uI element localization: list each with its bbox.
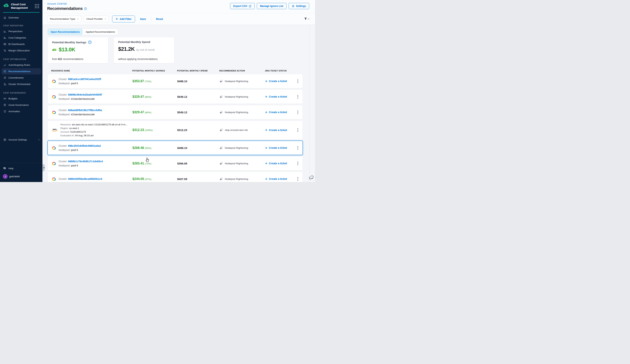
sidebar-item-bi-dashboards[interactable]: BI Dashboards bbox=[2, 41, 41, 47]
resource-link[interactable]: 6886e92f59a48cad86b5b1c6 bbox=[68, 178, 102, 180]
sidebar-footer: Help J jyoti.bisht bbox=[0, 163, 42, 182]
user-menu[interactable]: J jyoti.bisht bbox=[3, 174, 40, 179]
shapes-icon bbox=[3, 36, 6, 39]
savings-value: $353.87(72%) bbox=[132, 79, 177, 83]
clock-refresh-icon bbox=[3, 76, 6, 79]
row-menu-kebab-icon[interactable] bbox=[296, 176, 299, 182]
table-row[interactable]: Resource: arn:aws:rds:us-east-1:51161680… bbox=[48, 121, 303, 139]
table-row[interactable]: Cluster: 6881a3ccc887941a4ee202ff Nodepo… bbox=[48, 74, 303, 88]
funnel-icon bbox=[304, 17, 307, 21]
sidebar-item-perspectives[interactable]: Perspectives bbox=[2, 28, 41, 34]
reset-filter-button[interactable]: Reset bbox=[156, 17, 163, 20]
sidebar-collapse-handle[interactable] bbox=[42, 164, 45, 172]
chevron-right-icon bbox=[38, 139, 40, 141]
recommended-action: Nodepool Rightsizing bbox=[220, 162, 265, 165]
support-chat-icon[interactable] bbox=[309, 175, 314, 180]
rightsizing-icon bbox=[220, 146, 223, 150]
savings-value: $265.41(72%) bbox=[132, 162, 177, 165]
recommendation-count: 621 bbox=[58, 58, 62, 60]
rightsizing-icon bbox=[220, 128, 223, 132]
filter-bar: Recommendation Type Cloud Provider Add F… bbox=[42, 13, 315, 25]
gcp-icon bbox=[52, 146, 56, 150]
create-ticket-button[interactable]: Create a ticket bbox=[265, 162, 296, 165]
savings-value: $244.05(57%) bbox=[132, 177, 177, 181]
sidebar-item-anomalies[interactable]: Anomalies bbox=[2, 108, 41, 115]
filter-panel-toggle[interactable] bbox=[304, 17, 309, 21]
table-row[interactable]: Cluster: 6886e92f59a48cad86b5b1c6 $244.0… bbox=[48, 172, 303, 182]
savings-amount: $13.0K bbox=[59, 47, 75, 53]
sidebar-item-commitments[interactable]: Commitments bbox=[2, 75, 41, 81]
cloud-provider-dropdown[interactable]: Cloud Provider bbox=[84, 16, 109, 22]
page-header: Account: CCM-NG Recommendations Export C… bbox=[42, 0, 315, 13]
savings-value: $329.47(60%) bbox=[132, 95, 177, 99]
row-menu-kebab-icon[interactable] bbox=[296, 109, 299, 115]
resource-link[interactable]: 68898c064e3e2ba0e544005f bbox=[68, 93, 102, 96]
rightsizing-icon bbox=[220, 95, 223, 99]
app-switcher-icon[interactable] bbox=[34, 3, 40, 9]
question-circle-icon[interactable] bbox=[88, 40, 92, 44]
recommendation-type-dropdown[interactable]: Recommendation Type bbox=[47, 16, 82, 22]
table-row[interactable]: Cluster: 688add6fb019b17f9bccb95a Nodepo… bbox=[48, 105, 303, 119]
recommended-action: Nodepool Rightsizing bbox=[220, 177, 265, 181]
create-ticket-button[interactable]: Create a ticket bbox=[265, 178, 296, 180]
resource-link[interactable]: 6881a3ccc887941a4ee202ff bbox=[68, 78, 101, 81]
sidebar-item-cost-categories[interactable]: Cost Categories bbox=[2, 34, 41, 41]
create-ticket-button[interactable]: Create a ticket bbox=[265, 95, 296, 98]
chevron-down-icon bbox=[77, 18, 79, 19]
recommended-action: Nodepool Rightsizing bbox=[220, 111, 265, 114]
tab-open-recommendations[interactable]: Open Recommendations bbox=[48, 29, 83, 35]
table-row-selected[interactable]: Cluster: 688c2fefc84fbdc99801a0a2 Nodepo… bbox=[48, 141, 303, 155]
save-filter-button[interactable]: Save bbox=[140, 17, 146, 20]
user-name: jyoti.bisht bbox=[9, 175, 20, 178]
manage-ignore-list-button[interactable]: Manage Ignore List bbox=[257, 3, 286, 9]
sidebar-item-autostopping-rules[interactable]: AutoStopping Rules bbox=[2, 62, 41, 68]
settings-button[interactable]: Settings bbox=[289, 3, 309, 9]
sidebar-item-asset-governance[interactable]: Asset Governance bbox=[2, 102, 41, 108]
sidebar-item-budgets[interactable]: Budgets bbox=[2, 95, 41, 102]
plus-icon bbox=[265, 80, 268, 82]
table-row[interactable]: Cluster: 68898c064e3e2ba0e544005f Nodepo… bbox=[48, 90, 303, 104]
app-logo: Cloud Cost Management bbox=[0, 0, 42, 11]
resource-link[interactable]: 688add6fb019b17f9bccb95a bbox=[68, 109, 102, 112]
rightsizing-icon bbox=[220, 177, 223, 181]
percent-icon bbox=[3, 49, 6, 52]
sidebar-item-margin-obfuscation[interactable]: Margin Obfuscation bbox=[2, 47, 41, 54]
autostopping-icon bbox=[3, 63, 6, 66]
row-menu-kebab-icon[interactable] bbox=[296, 145, 299, 151]
bar-chart-icon bbox=[3, 30, 6, 33]
sidebar-item-overview[interactable]: Overview bbox=[2, 14, 41, 21]
recommended-action: Nodepool Rightsizing bbox=[220, 95, 265, 99]
spend-value: $488.10 bbox=[177, 80, 220, 83]
recommendation-tag-icon bbox=[3, 70, 6, 73]
chevron-down-icon bbox=[104, 18, 106, 19]
row-menu-kebab-icon[interactable] bbox=[296, 78, 299, 84]
money-bill-icon bbox=[3, 97, 6, 100]
recommendations-tabs: Open Recommendations Applied Recommendat… bbox=[48, 28, 118, 35]
row-menu-kebab-icon[interactable] bbox=[296, 94, 299, 100]
sidebar-item-account-settings[interactable]: Account Settings bbox=[2, 137, 41, 143]
create-ticket-button[interactable]: Create a ticket bbox=[265, 129, 296, 132]
row-menu-kebab-icon[interactable] bbox=[296, 127, 299, 133]
resource-link[interactable]: 688c2fefc84fbdc99801a0a2 bbox=[68, 144, 101, 147]
savings-card-title: Potential Monthly Savings bbox=[52, 41, 86, 44]
add-filter-button[interactable]: Add Filter bbox=[112, 15, 135, 22]
dashboard-image-icon bbox=[3, 43, 6, 46]
sidebar-nav: Overview COST REPORTING Perspectives Cos… bbox=[0, 13, 42, 143]
savings-subtext: from 621 recommendations bbox=[52, 58, 104, 60]
breadcrumb-account[interactable]: Account: CCM-NG bbox=[47, 2, 67, 5]
plus-icon bbox=[265, 147, 268, 149]
spend-value: $549.12 bbox=[177, 95, 220, 98]
column-jira-ticket-status: JIRA TICKET STATUS bbox=[265, 70, 296, 72]
help-button[interactable]: Help bbox=[3, 167, 40, 170]
table-row[interactable]: Cluster: 6888b1c70e49db17c1de60c4 Nodepo… bbox=[48, 156, 303, 171]
create-ticket-button[interactable]: Create a ticket bbox=[265, 146, 296, 149]
sidebar-item-recommendations[interactable]: Recommendations bbox=[2, 68, 41, 75]
sidebar-item-cluster-orchestrator[interactable]: Cluster Orchestrator bbox=[2, 81, 41, 87]
tab-applied-recommendations[interactable]: Applied Recommendations bbox=[83, 29, 118, 35]
create-ticket-button[interactable]: Create a ticket bbox=[265, 80, 296, 83]
resource-link[interactable]: 6888b1c70e49db17c1de60c4 bbox=[68, 160, 103, 163]
export-csv-button[interactable]: Export CSV bbox=[230, 3, 255, 9]
row-menu-kebab-icon[interactable] bbox=[296, 161, 299, 166]
info-icon[interactable] bbox=[84, 7, 87, 10]
create-ticket-button[interactable]: Create a ticket bbox=[265, 111, 296, 114]
